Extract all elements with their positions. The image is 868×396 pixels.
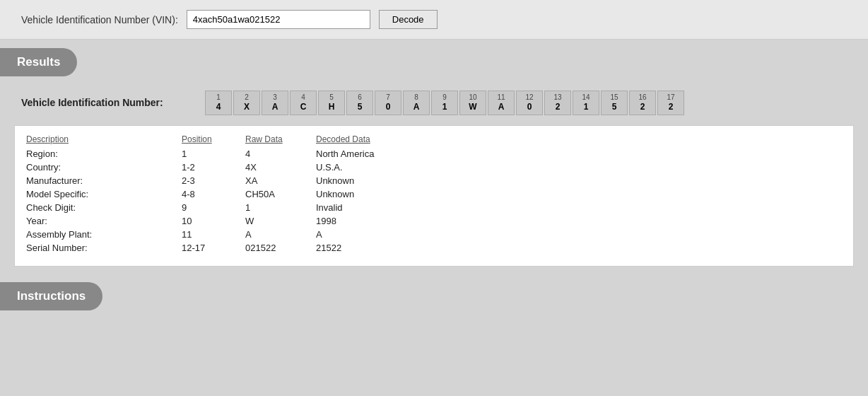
table-row: Manufacturer: 2-3 XA Unknown: [26, 174, 842, 187]
instructions-header-wrapper: Instructions: [0, 274, 868, 318]
cell-description: Year:: [26, 216, 182, 226]
vin-char-box: 70: [375, 91, 401, 115]
table-row: Model Specific: 4-8 CH50A Unknown: [26, 187, 842, 201]
col-decoded-header: Decoded Data: [316, 134, 842, 144]
cell-decoded-data: Invalid: [316, 202, 842, 213]
cell-raw-data: 4X: [245, 162, 316, 173]
cell-decoded-data: A: [316, 229, 842, 240]
vin-char-box: 4C: [290, 91, 317, 115]
vin-char-box: 14: [205, 91, 232, 115]
vin-char-box: 2X: [233, 91, 260, 115]
table-row: Year: 10 W 1998: [26, 214, 842, 228]
vin-display-row: Vehicle Identification Number: 142X3A4C5…: [0, 83, 868, 120]
cell-raw-data: 4: [245, 148, 316, 159]
col-rawdata-header: Raw Data: [245, 134, 316, 144]
vin-display-label: Vehicle Identification Number:: [21, 97, 205, 108]
cell-description: Model Specific:: [26, 189, 182, 199]
cell-position: 4-8: [182, 189, 245, 199]
cell-decoded-data: Unknown: [316, 189, 842, 199]
vin-char-box: 5H: [318, 91, 345, 115]
vin-char-box: 8A: [403, 91, 430, 115]
vin-boxes: 142X3A4C5H65708A9110W11A1201321411551621…: [205, 91, 684, 115]
vin-char-box: 141: [573, 91, 599, 115]
vin-char-box: 91: [431, 91, 458, 115]
cell-raw-data: 1: [245, 202, 316, 213]
table-row: Assembly Plant: 11 A A: [26, 228, 842, 241]
cell-raw-data: W: [245, 216, 316, 226]
vin-label: Vehicle Identification Number (VIN):: [21, 14, 178, 25]
cell-decoded-data: 1998: [316, 216, 842, 226]
cell-raw-data: XA: [245, 175, 316, 186]
table-row: Region: 1 4 North America: [26, 147, 842, 161]
vin-char-box: 10W: [459, 91, 486, 115]
col-position-header: Position: [182, 134, 245, 144]
col-description-header: Description: [26, 134, 182, 144]
vin-input[interactable]: [187, 10, 370, 29]
cell-decoded-data: U.S.A.: [316, 162, 842, 173]
cell-position: 10: [182, 216, 245, 226]
cell-raw-data: 021522: [245, 243, 316, 253]
vin-char-box: 120: [516, 91, 543, 115]
vin-char-box: 172: [657, 91, 684, 115]
instructions-header: Instructions: [0, 282, 102, 310]
table-row: Check Digit: 9 1 Invalid: [26, 201, 842, 214]
table-header-row: Description Position Raw Data Decoded Da…: [26, 133, 842, 147]
vin-char-box: 132: [544, 91, 571, 115]
cell-raw-data: CH50A: [245, 189, 316, 199]
cell-decoded-data: 21522: [316, 243, 842, 253]
table-rows-container: Region: 1 4 North America Country: 1-2 4…: [26, 147, 842, 255]
cell-decoded-data: Unknown: [316, 175, 842, 186]
vin-char-box: 162: [629, 91, 656, 115]
vin-char-box: 65: [346, 91, 373, 115]
cell-raw-data: A: [245, 229, 316, 240]
cell-position: 12-17: [182, 243, 245, 253]
cell-position: 9: [182, 202, 245, 213]
decode-button[interactable]: Decode: [379, 10, 438, 29]
results-header-wrapper: Results: [0, 40, 868, 83]
cell-description: Manufacturer:: [26, 175, 182, 186]
table-row: Country: 1-2 4X U.S.A.: [26, 161, 842, 174]
top-bar: Vehicle Identification Number (VIN): Dec…: [0, 0, 868, 40]
cell-description: Serial Number:: [26, 243, 182, 253]
cell-position: 1-2: [182, 162, 245, 173]
cell-description: Country:: [26, 162, 182, 173]
cell-description: Check Digit:: [26, 202, 182, 213]
results-header: Results: [0, 48, 77, 76]
cell-position: 11: [182, 229, 245, 240]
vin-char-box: 11A: [488, 91, 515, 115]
cell-position: 1: [182, 148, 245, 159]
cell-description: Assembly Plant:: [26, 229, 182, 240]
cell-position: 2-3: [182, 175, 245, 186]
cell-description: Region:: [26, 148, 182, 159]
vin-char-box: 3A: [262, 91, 288, 115]
results-table: Description Position Raw Data Decoded Da…: [14, 125, 854, 267]
cell-decoded-data: North America: [316, 148, 842, 159]
table-row: Serial Number: 12-17 021522 21522: [26, 241, 842, 255]
vin-char-box: 155: [601, 91, 628, 115]
